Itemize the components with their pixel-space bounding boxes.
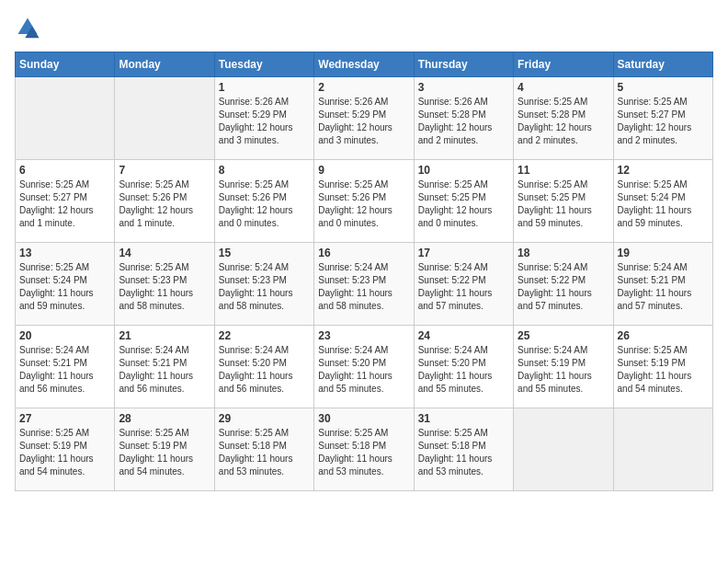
- day-info: Sunrise: 5:24 AMSunset: 5:21 PMDaylight:…: [19, 344, 110, 396]
- day-cell: 22Sunrise: 5:24 AMSunset: 5:20 PMDayligh…: [214, 326, 313, 408]
- day-number: 18: [518, 247, 609, 259]
- day-cell: 1Sunrise: 5:26 AMSunset: 5:29 PMDaylight…: [214, 77, 313, 160]
- day-info: Sunrise: 5:25 AMSunset: 5:18 PMDaylight:…: [418, 427, 509, 478]
- day-number: 4: [518, 81, 609, 94]
- day-cell: 18Sunrise: 5:24 AMSunset: 5:22 PMDayligh…: [514, 243, 613, 326]
- day-info: Sunrise: 5:24 AMSunset: 5:20 PMDaylight:…: [418, 344, 509, 396]
- day-number: 19: [618, 247, 709, 259]
- day-info: Sunrise: 5:25 AMSunset: 5:26 PMDaylight:…: [119, 178, 210, 230]
- day-info: Sunrise: 5:26 AMSunset: 5:29 PMDaylight:…: [318, 96, 409, 147]
- logo-icon: [15, 15, 40, 40]
- day-cell: 24Sunrise: 5:24 AMSunset: 5:20 PMDayligh…: [414, 326, 513, 408]
- calendar-header-row: SundayMondayTuesdayWednesdayThursdayFrid…: [16, 52, 713, 77]
- day-number: 17: [418, 247, 509, 259]
- column-header-friday: Friday: [514, 52, 613, 77]
- day-cell: 10Sunrise: 5:25 AMSunset: 5:25 PMDayligh…: [414, 160, 513, 243]
- column-header-sunday: Sunday: [16, 52, 115, 77]
- day-number: 13: [19, 247, 110, 259]
- week-row-4: 20Sunrise: 5:24 AMSunset: 5:21 PMDayligh…: [16, 326, 713, 408]
- day-number: 6: [19, 164, 110, 177]
- day-info: Sunrise: 5:25 AMSunset: 5:19 PMDaylight:…: [119, 427, 210, 478]
- day-number: 11: [518, 164, 609, 177]
- day-info: Sunrise: 5:25 AMSunset: 5:25 PMDaylight:…: [418, 178, 509, 230]
- day-number: 10: [418, 164, 509, 177]
- day-cell: 8Sunrise: 5:25 AMSunset: 5:26 PMDaylight…: [214, 160, 313, 243]
- day-number: 27: [19, 412, 110, 425]
- page-header: [15, 15, 713, 40]
- day-info: Sunrise: 5:25 AMSunset: 5:19 PMDaylight:…: [19, 427, 110, 478]
- day-cell: 30Sunrise: 5:25 AMSunset: 5:18 PMDayligh…: [314, 408, 414, 491]
- week-row-1: 1Sunrise: 5:26 AMSunset: 5:29 PMDaylight…: [16, 77, 713, 160]
- day-cell: 13Sunrise: 5:25 AMSunset: 5:24 PMDayligh…: [16, 243, 115, 326]
- day-cell: [115, 77, 214, 160]
- day-cell: 17Sunrise: 5:24 AMSunset: 5:22 PMDayligh…: [414, 243, 513, 326]
- day-cell: 14Sunrise: 5:25 AMSunset: 5:23 PMDayligh…: [115, 243, 214, 326]
- calendar-table: SundayMondayTuesdayWednesdayThursdayFrid…: [15, 52, 713, 491]
- day-cell: [16, 77, 115, 160]
- day-cell: 20Sunrise: 5:24 AMSunset: 5:21 PMDayligh…: [16, 326, 115, 408]
- day-cell: 7Sunrise: 5:25 AMSunset: 5:26 PMDaylight…: [115, 160, 214, 243]
- day-info: Sunrise: 5:24 AMSunset: 5:21 PMDaylight:…: [618, 261, 709, 313]
- day-number: 26: [618, 329, 709, 342]
- day-number: 28: [119, 412, 210, 425]
- day-cell: 2Sunrise: 5:26 AMSunset: 5:29 PMDaylight…: [314, 77, 414, 160]
- day-number: 23: [318, 329, 409, 342]
- day-number: 3: [418, 81, 509, 94]
- day-info: Sunrise: 5:25 AMSunset: 5:27 PMDaylight:…: [19, 178, 110, 230]
- day-number: 31: [418, 412, 509, 425]
- day-info: Sunrise: 5:24 AMSunset: 5:20 PMDaylight:…: [318, 344, 409, 396]
- column-header-tuesday: Tuesday: [214, 52, 313, 77]
- day-number: 22: [219, 329, 310, 342]
- day-info: Sunrise: 5:25 AMSunset: 5:19 PMDaylight:…: [618, 344, 709, 396]
- week-row-5: 27Sunrise: 5:25 AMSunset: 5:19 PMDayligh…: [16, 408, 713, 491]
- day-cell: 6Sunrise: 5:25 AMSunset: 5:27 PMDaylight…: [16, 160, 115, 243]
- day-info: Sunrise: 5:24 AMSunset: 5:19 PMDaylight:…: [518, 344, 609, 396]
- logo: [15, 15, 44, 40]
- day-number: 2: [318, 81, 409, 94]
- day-cell: 21Sunrise: 5:24 AMSunset: 5:21 PMDayligh…: [115, 326, 214, 408]
- day-info: Sunrise: 5:25 AMSunset: 5:23 PMDaylight:…: [119, 261, 210, 313]
- column-header-wednesday: Wednesday: [314, 52, 414, 77]
- day-number: 12: [618, 164, 709, 177]
- week-row-3: 13Sunrise: 5:25 AMSunset: 5:24 PMDayligh…: [16, 243, 713, 326]
- day-cell: 25Sunrise: 5:24 AMSunset: 5:19 PMDayligh…: [514, 326, 613, 408]
- day-number: 25: [518, 329, 609, 342]
- day-info: Sunrise: 5:26 AMSunset: 5:29 PMDaylight:…: [219, 96, 310, 147]
- day-info: Sunrise: 5:25 AMSunset: 5:26 PMDaylight:…: [219, 178, 310, 230]
- day-number: 29: [219, 412, 310, 425]
- day-cell: 29Sunrise: 5:25 AMSunset: 5:18 PMDayligh…: [214, 408, 313, 491]
- day-info: Sunrise: 5:24 AMSunset: 5:22 PMDaylight:…: [518, 261, 609, 313]
- day-info: Sunrise: 5:25 AMSunset: 5:25 PMDaylight:…: [518, 178, 609, 230]
- day-info: Sunrise: 5:24 AMSunset: 5:23 PMDaylight:…: [318, 261, 409, 313]
- day-cell: 11Sunrise: 5:25 AMSunset: 5:25 PMDayligh…: [514, 160, 613, 243]
- day-info: Sunrise: 5:25 AMSunset: 5:24 PMDaylight:…: [618, 178, 709, 230]
- day-cell: 3Sunrise: 5:26 AMSunset: 5:28 PMDaylight…: [414, 77, 513, 160]
- day-cell: 4Sunrise: 5:25 AMSunset: 5:28 PMDaylight…: [514, 77, 613, 160]
- day-number: 20: [19, 329, 110, 342]
- day-cell: 15Sunrise: 5:24 AMSunset: 5:23 PMDayligh…: [214, 243, 313, 326]
- day-cell: 12Sunrise: 5:25 AMSunset: 5:24 PMDayligh…: [613, 160, 712, 243]
- day-number: 8: [219, 164, 310, 177]
- day-cell: [613, 408, 712, 491]
- day-cell: 26Sunrise: 5:25 AMSunset: 5:19 PMDayligh…: [613, 326, 712, 408]
- day-number: 5: [618, 81, 709, 94]
- day-cell: 9Sunrise: 5:25 AMSunset: 5:26 PMDaylight…: [314, 160, 414, 243]
- day-number: 15: [219, 247, 310, 259]
- day-info: Sunrise: 5:26 AMSunset: 5:28 PMDaylight:…: [418, 96, 509, 147]
- day-number: 21: [119, 329, 210, 342]
- day-cell: 5Sunrise: 5:25 AMSunset: 5:27 PMDaylight…: [613, 77, 712, 160]
- day-info: Sunrise: 5:24 AMSunset: 5:23 PMDaylight:…: [219, 261, 310, 313]
- column-header-thursday: Thursday: [414, 52, 513, 77]
- day-info: Sunrise: 5:25 AMSunset: 5:28 PMDaylight:…: [518, 96, 609, 147]
- day-info: Sunrise: 5:24 AMSunset: 5:22 PMDaylight:…: [418, 261, 509, 313]
- day-info: Sunrise: 5:25 AMSunset: 5:18 PMDaylight:…: [219, 427, 310, 478]
- day-info: Sunrise: 5:25 AMSunset: 5:24 PMDaylight:…: [19, 261, 110, 313]
- day-cell: 31Sunrise: 5:25 AMSunset: 5:18 PMDayligh…: [414, 408, 513, 491]
- day-cell: [514, 408, 613, 491]
- column-header-monday: Monday: [115, 52, 214, 77]
- day-info: Sunrise: 5:24 AMSunset: 5:20 PMDaylight:…: [219, 344, 310, 396]
- day-info: Sunrise: 5:24 AMSunset: 5:21 PMDaylight:…: [119, 344, 210, 396]
- day-number: 9: [318, 164, 409, 177]
- day-info: Sunrise: 5:25 AMSunset: 5:18 PMDaylight:…: [318, 427, 409, 478]
- week-row-2: 6Sunrise: 5:25 AMSunset: 5:27 PMDaylight…: [16, 160, 713, 243]
